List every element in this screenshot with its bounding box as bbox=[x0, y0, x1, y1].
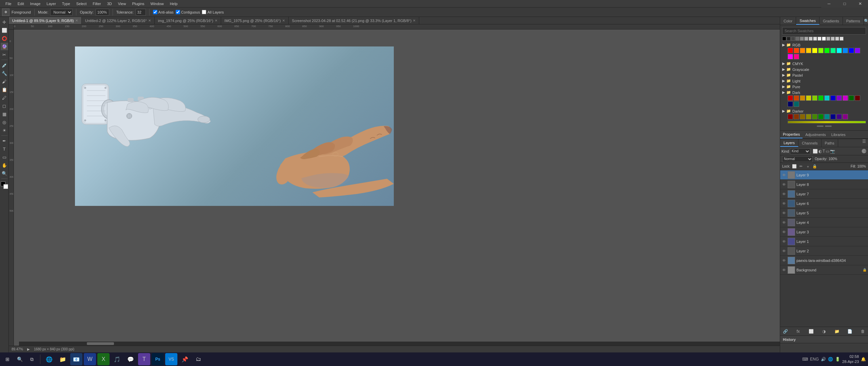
layer-7-vis[interactable]: 👁 bbox=[782, 192, 786, 196]
layer-3-vis[interactable]: 👁 bbox=[782, 230, 786, 234]
hand-tool[interactable]: ✋ bbox=[1, 161, 8, 169]
swatch-light1[interactable] bbox=[804, 37, 808, 41]
taskbar-explorer[interactable]: 📁 bbox=[57, 353, 69, 365]
swatch-black[interactable] bbox=[782, 37, 786, 41]
menu-plugins[interactable]: Plugins bbox=[129, 1, 147, 6]
swatch-dark-7[interactable] bbox=[830, 95, 836, 101]
fill-value[interactable]: 100% bbox=[857, 165, 866, 168]
move-tool[interactable]: ✛ bbox=[1, 18, 8, 26]
lock-artboard-icon[interactable]: + bbox=[805, 164, 811, 169]
tab-0[interactable]: Untitled-1 @ 89.5% (Layer 9, RGB/8) ✕ bbox=[9, 17, 82, 24]
tab-4[interactable]: Screenshot 2023-04-28 at 02.52.46 (21.pn… bbox=[289, 17, 420, 24]
layer-row-2[interactable]: 👁 Layer 2 bbox=[780, 246, 868, 256]
tab-patterns[interactable]: Patterns bbox=[843, 17, 864, 25]
layer-5-vis[interactable]: 👁 bbox=[782, 211, 786, 215]
panel-search-icon[interactable]: 🔍 bbox=[864, 19, 868, 23]
layer-8-vis[interactable]: 👁 bbox=[782, 182, 786, 187]
layer-1-vis[interactable]: 👁 bbox=[782, 239, 786, 244]
layer-bg-vis[interactable]: 👁 bbox=[782, 268, 786, 272]
tab-1-close[interactable]: ✕ bbox=[148, 19, 151, 22]
layer-9-vis[interactable]: 👁 bbox=[782, 173, 786, 177]
swatch-dark-2[interactable] bbox=[800, 95, 805, 101]
cmyk-group-label[interactable]: ▶ 📁 CMYK bbox=[782, 61, 866, 66]
eyedropper-tool[interactable]: 💉 bbox=[1, 61, 8, 69]
grayscale-group-label[interactable]: ▶ 📁 Grayscale bbox=[782, 66, 866, 72]
swatch-rgb-8[interactable] bbox=[836, 48, 842, 53]
taskbar-music[interactable]: 🎵 bbox=[111, 353, 123, 365]
all-layers-check[interactable]: All Layers bbox=[202, 10, 224, 14]
menu-3d[interactable]: 3D bbox=[104, 1, 115, 6]
layer-row-background[interactable]: 👁 Background 🔒 bbox=[780, 265, 868, 275]
tray-volume[interactable]: 🔊 bbox=[821, 357, 826, 362]
swatch-darker-2[interactable] bbox=[800, 114, 805, 119]
history-brush-tool[interactable]: 🖊 bbox=[1, 94, 8, 101]
rgb-group-label[interactable]: ▶ 📁 RGB bbox=[782, 42, 866, 48]
swatch-dark-4[interactable] bbox=[812, 95, 817, 101]
tab-0-close[interactable]: ✕ bbox=[75, 19, 78, 22]
swatch-dark-5[interactable] bbox=[818, 95, 824, 101]
swatch-gray2[interactable] bbox=[831, 37, 835, 41]
resize-handle-left[interactable] bbox=[817, 126, 824, 127]
tray-battery[interactable]: 🔋 bbox=[835, 357, 840, 362]
layers-filter-select[interactable]: Kind bbox=[790, 148, 810, 154]
blur-tool[interactable]: ◎ bbox=[1, 118, 8, 126]
layer-row-3[interactable]: 👁 Layer 3 bbox=[780, 227, 868, 237]
resize-handle-right[interactable] bbox=[825, 126, 832, 127]
swatch-rgb-6[interactable] bbox=[824, 48, 830, 53]
swatch-lightest[interactable] bbox=[817, 37, 822, 41]
tolerance-input[interactable] bbox=[136, 9, 146, 16]
filter-adjust-icon[interactable]: ◐ bbox=[818, 149, 822, 154]
tab-1[interactable]: Untitled-2 @ 122% Layer 2, RGB/16° ✕ bbox=[82, 17, 155, 24]
all-layers-checkbox[interactable] bbox=[202, 10, 206, 14]
layers-menu-icon[interactable]: ☰ bbox=[862, 139, 866, 144]
adjustments-tab[interactable]: Adjustments bbox=[803, 131, 829, 138]
layer-mode-select[interactable]: Normal bbox=[782, 156, 813, 162]
opacity-value[interactable]: 100% bbox=[829, 157, 837, 161]
lock-position-icon[interactable]: ✏ bbox=[798, 164, 804, 169]
panel-resize-handles[interactable] bbox=[782, 124, 866, 128]
swatch-mid1[interactable] bbox=[795, 37, 799, 41]
anti-alias-check[interactable]: Anti-alias bbox=[153, 10, 174, 14]
swatch-darker-5[interactable] bbox=[818, 114, 824, 119]
layer-mask-icon[interactable]: ⬜ bbox=[808, 328, 814, 334]
taskbar-mail[interactable]: 📧 bbox=[70, 353, 82, 365]
swatch-dark-8[interactable] bbox=[836, 95, 842, 101]
clone-tool[interactable]: 📋 bbox=[1, 86, 8, 93]
tool-options-icon[interactable]: ✥ bbox=[2, 8, 9, 16]
tab-3-close[interactable]: ✕ bbox=[282, 19, 285, 22]
swatch-darker-6[interactable] bbox=[824, 114, 830, 119]
tray-lang[interactable]: ENG bbox=[810, 357, 819, 362]
swatch-rgb-11[interactable] bbox=[855, 48, 860, 53]
swatch-gray3[interactable] bbox=[835, 37, 839, 41]
minimize-button[interactable]: ─ bbox=[821, 0, 837, 7]
swatch-dark-6[interactable] bbox=[824, 95, 830, 101]
lock-all-icon[interactable]: 🔒 bbox=[812, 164, 817, 169]
crop-tool[interactable]: ✂ bbox=[1, 51, 8, 58]
swatch-mid2[interactable] bbox=[800, 37, 804, 41]
menu-image[interactable]: Image bbox=[27, 1, 43, 6]
swatch-gray1[interactable] bbox=[826, 37, 830, 41]
swatch-dark-10[interactable] bbox=[849, 95, 854, 101]
menu-window[interactable]: Window bbox=[148, 1, 167, 6]
layer-delete-icon[interactable]: 🗑 bbox=[860, 328, 866, 334]
close-button[interactable]: ✕ bbox=[852, 0, 868, 7]
dark-group-label[interactable]: ▶ 📁 Dark bbox=[782, 90, 866, 95]
darker-group-label[interactable]: ▶ 📁 Darker bbox=[782, 108, 866, 114]
swatch-rgb-5[interactable] bbox=[818, 48, 824, 53]
canvas-wrapper[interactable] bbox=[14, 30, 780, 346]
light-group-label[interactable]: ▶ 📁 Light bbox=[782, 78, 866, 84]
swatch-dark-11[interactable] bbox=[855, 95, 860, 101]
search-swatches-input[interactable] bbox=[782, 27, 866, 35]
tab-color[interactable]: Color bbox=[780, 17, 796, 25]
swatch-dark-13[interactable] bbox=[794, 101, 799, 107]
text-tool[interactable]: T bbox=[1, 145, 8, 153]
layer-row-4[interactable]: 👁 Layer 4 bbox=[780, 218, 868, 227]
taskbar-teams[interactable]: T bbox=[138, 353, 150, 365]
swatch-dark-0[interactable] bbox=[788, 95, 793, 101]
tab-swatches[interactable]: Swatches bbox=[796, 17, 819, 25]
swatch-rgb-9[interactable] bbox=[843, 48, 848, 53]
swatch-dark-12[interactable] bbox=[788, 101, 793, 107]
layer-fx-icon[interactable]: fx bbox=[795, 328, 801, 334]
tab-gradients[interactable]: Gradients bbox=[819, 17, 843, 25]
menu-help[interactable]: Help bbox=[167, 1, 180, 6]
